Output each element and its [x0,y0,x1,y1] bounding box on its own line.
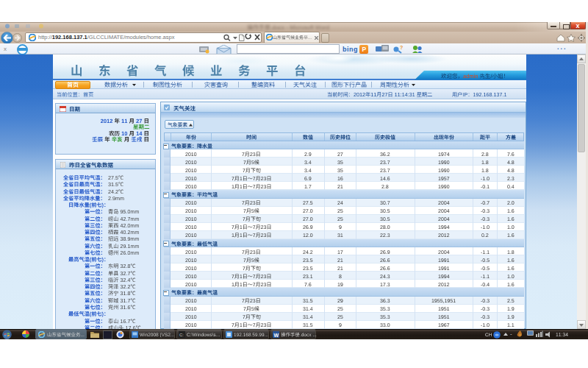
svg-text:C:: C: [179,333,184,337]
svg-text:W: W [274,333,279,338]
svg-text:?: ? [400,45,403,50]
